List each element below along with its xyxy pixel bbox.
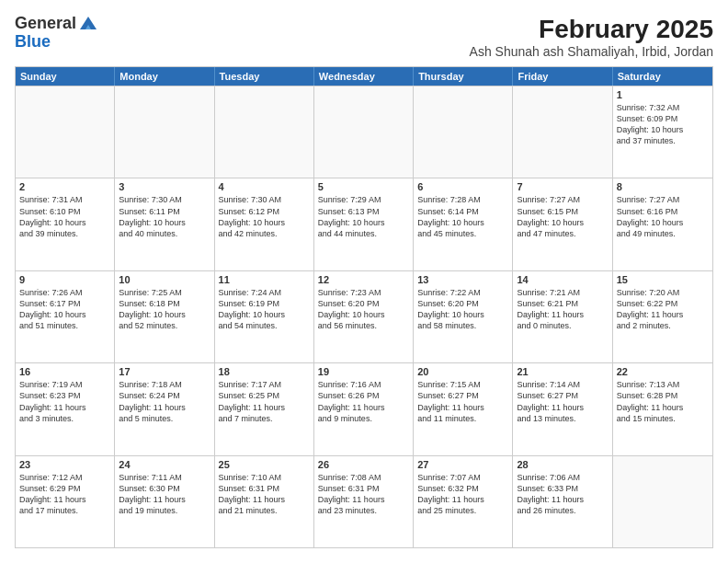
day-number: 7: [517, 181, 608, 192]
day-info: Sunrise: 7:13 AM Sunset: 6:28 PM Dayligh…: [617, 379, 709, 424]
title-block: February 2025 Ash Shunah ash Shamaliyah,…: [470, 15, 713, 59]
day-info: Sunrise: 7:10 AM Sunset: 6:31 PM Dayligh…: [219, 472, 310, 517]
day-number: 21: [517, 366, 608, 377]
day-number: 16: [19, 366, 110, 377]
day-info: Sunrise: 7:14 AM Sunset: 6:27 PM Dayligh…: [517, 379, 608, 424]
day-cell-17: 17Sunrise: 7:18 AM Sunset: 6:24 PM Dayli…: [115, 363, 214, 454]
header: General Blue February 2025 Ash Shunah as…: [15, 15, 713, 59]
day-info: Sunrise: 7:21 AM Sunset: 6:21 PM Dayligh…: [517, 287, 608, 332]
day-info: Sunrise: 7:30 AM Sunset: 6:12 PM Dayligh…: [219, 194, 310, 239]
day-cell-18: 18Sunrise: 7:17 AM Sunset: 6:25 PM Dayli…: [215, 363, 314, 454]
header-day-saturday: Saturday: [613, 67, 712, 86]
day-info: Sunrise: 7:22 AM Sunset: 6:20 PM Dayligh…: [417, 287, 508, 332]
week-row-5: 23Sunrise: 7:12 AM Sunset: 6:29 PM Dayli…: [16, 455, 712, 547]
day-number: 11: [219, 274, 310, 285]
day-number: 17: [119, 366, 210, 377]
calendar-header: SundayMondayTuesdayWednesdayThursdayFrid…: [16, 67, 712, 86]
calendar-body: 1Sunrise: 7:32 AM Sunset: 6:09 PM Daylig…: [16, 86, 712, 547]
day-info: Sunrise: 7:27 AM Sunset: 6:15 PM Dayligh…: [517, 194, 608, 239]
empty-cell: [613, 456, 712, 547]
day-number: 1: [617, 89, 709, 100]
day-number: 6: [417, 181, 508, 192]
logo-icon: [78, 13, 98, 33]
day-cell-8: 8Sunrise: 7:27 AM Sunset: 6:16 PM Daylig…: [613, 178, 712, 270]
day-cell-14: 14Sunrise: 7:21 AM Sunset: 6:21 PM Dayli…: [513, 271, 612, 362]
day-number: 14: [517, 274, 608, 285]
day-cell-19: 19Sunrise: 7:16 AM Sunset: 6:26 PM Dayli…: [314, 363, 414, 454]
day-cell-23: 23Sunrise: 7:12 AM Sunset: 6:29 PM Dayli…: [16, 456, 115, 547]
day-cell-11: 11Sunrise: 7:24 AM Sunset: 6:19 PM Dayli…: [215, 271, 314, 362]
empty-cell: [314, 86, 414, 178]
empty-cell: [215, 86, 314, 178]
day-info: Sunrise: 7:29 AM Sunset: 6:13 PM Dayligh…: [318, 194, 409, 239]
day-cell-13: 13Sunrise: 7:22 AM Sunset: 6:20 PM Dayli…: [414, 271, 513, 362]
day-cell-20: 20Sunrise: 7:15 AM Sunset: 6:27 PM Dayli…: [414, 363, 513, 454]
day-info: Sunrise: 7:26 AM Sunset: 6:17 PM Dayligh…: [19, 287, 110, 332]
day-number: 4: [219, 181, 310, 192]
day-cell-22: 22Sunrise: 7:13 AM Sunset: 6:28 PM Dayli…: [613, 363, 712, 454]
empty-cell: [414, 86, 513, 178]
day-info: Sunrise: 7:08 AM Sunset: 6:31 PM Dayligh…: [318, 472, 409, 517]
day-cell-5: 5Sunrise: 7:29 AM Sunset: 6:13 PM Daylig…: [314, 178, 414, 270]
day-info: Sunrise: 7:17 AM Sunset: 6:25 PM Dayligh…: [219, 379, 310, 424]
day-number: 19: [318, 366, 409, 377]
day-cell-28: 28Sunrise: 7:06 AM Sunset: 6:33 PM Dayli…: [513, 456, 612, 547]
day-info: Sunrise: 7:25 AM Sunset: 6:18 PM Dayligh…: [119, 287, 210, 332]
day-number: 10: [119, 274, 210, 285]
day-info: Sunrise: 7:19 AM Sunset: 6:23 PM Dayligh…: [19, 379, 110, 424]
day-info: Sunrise: 7:16 AM Sunset: 6:26 PM Dayligh…: [318, 379, 409, 424]
day-cell-3: 3Sunrise: 7:30 AM Sunset: 6:11 PM Daylig…: [115, 178, 214, 270]
day-cell-26: 26Sunrise: 7:08 AM Sunset: 6:31 PM Dayli…: [314, 456, 414, 547]
day-number: 26: [318, 459, 409, 470]
day-number: 9: [19, 274, 110, 285]
day-info: Sunrise: 7:28 AM Sunset: 6:14 PM Dayligh…: [417, 194, 508, 239]
day-info: Sunrise: 7:27 AM Sunset: 6:16 PM Dayligh…: [617, 194, 709, 239]
day-number: 28: [517, 459, 608, 470]
header-day-friday: Friday: [513, 67, 612, 86]
day-cell-6: 6Sunrise: 7:28 AM Sunset: 6:14 PM Daylig…: [414, 178, 513, 270]
week-row-2: 2Sunrise: 7:31 AM Sunset: 6:10 PM Daylig…: [16, 178, 712, 270]
day-cell-21: 21Sunrise: 7:14 AM Sunset: 6:27 PM Dayli…: [513, 363, 612, 454]
day-info: Sunrise: 7:15 AM Sunset: 6:27 PM Dayligh…: [417, 379, 508, 424]
day-number: 24: [119, 459, 210, 470]
day-number: 20: [417, 366, 508, 377]
day-number: 27: [417, 459, 508, 470]
day-info: Sunrise: 7:24 AM Sunset: 6:19 PM Dayligh…: [219, 287, 310, 332]
header-day-tuesday: Tuesday: [215, 67, 314, 86]
day-cell-10: 10Sunrise: 7:25 AM Sunset: 6:18 PM Dayli…: [115, 271, 214, 362]
day-number: 12: [318, 274, 409, 285]
day-info: Sunrise: 7:32 AM Sunset: 6:09 PM Dayligh…: [617, 102, 709, 147]
day-cell-15: 15Sunrise: 7:20 AM Sunset: 6:22 PM Dayli…: [613, 271, 712, 362]
calendar: SundayMondayTuesdayWednesdayThursdayFrid…: [15, 66, 713, 548]
empty-cell: [513, 86, 612, 178]
empty-cell: [16, 86, 115, 178]
day-number: 23: [19, 459, 110, 470]
week-row-1: 1Sunrise: 7:32 AM Sunset: 6:09 PM Daylig…: [16, 86, 712, 178]
day-number: 25: [219, 459, 310, 470]
header-day-thursday: Thursday: [414, 67, 513, 86]
day-info: Sunrise: 7:30 AM Sunset: 6:11 PM Dayligh…: [119, 194, 210, 239]
week-row-4: 16Sunrise: 7:19 AM Sunset: 6:23 PM Dayli…: [16, 362, 712, 454]
logo-blue: Blue: [15, 32, 51, 51]
header-day-sunday: Sunday: [16, 67, 115, 86]
page: General Blue February 2025 Ash Shunah as…: [0, 0, 728, 563]
header-day-wednesday: Wednesday: [314, 67, 414, 86]
day-info: Sunrise: 7:31 AM Sunset: 6:10 PM Dayligh…: [19, 194, 110, 239]
day-cell-4: 4Sunrise: 7:30 AM Sunset: 6:12 PM Daylig…: [215, 178, 314, 270]
day-number: 18: [219, 366, 310, 377]
day-cell-12: 12Sunrise: 7:23 AM Sunset: 6:20 PM Dayli…: [314, 271, 414, 362]
day-info: Sunrise: 7:20 AM Sunset: 6:22 PM Dayligh…: [617, 287, 709, 332]
day-number: 8: [617, 181, 709, 192]
header-day-monday: Monday: [115, 67, 214, 86]
day-number: 22: [617, 366, 709, 377]
day-cell-1: 1Sunrise: 7:32 AM Sunset: 6:09 PM Daylig…: [613, 86, 712, 178]
day-info: Sunrise: 7:12 AM Sunset: 6:29 PM Dayligh…: [19, 472, 110, 517]
empty-cell: [115, 86, 214, 178]
day-cell-7: 7Sunrise: 7:27 AM Sunset: 6:15 PM Daylig…: [513, 178, 612, 270]
day-number: 3: [119, 181, 210, 192]
day-number: 2: [19, 181, 110, 192]
day-info: Sunrise: 7:06 AM Sunset: 6:33 PM Dayligh…: [517, 472, 608, 517]
day-info: Sunrise: 7:07 AM Sunset: 6:32 PM Dayligh…: [417, 472, 508, 517]
day-number: 5: [318, 181, 409, 192]
day-cell-24: 24Sunrise: 7:11 AM Sunset: 6:30 PM Dayli…: [115, 456, 214, 547]
